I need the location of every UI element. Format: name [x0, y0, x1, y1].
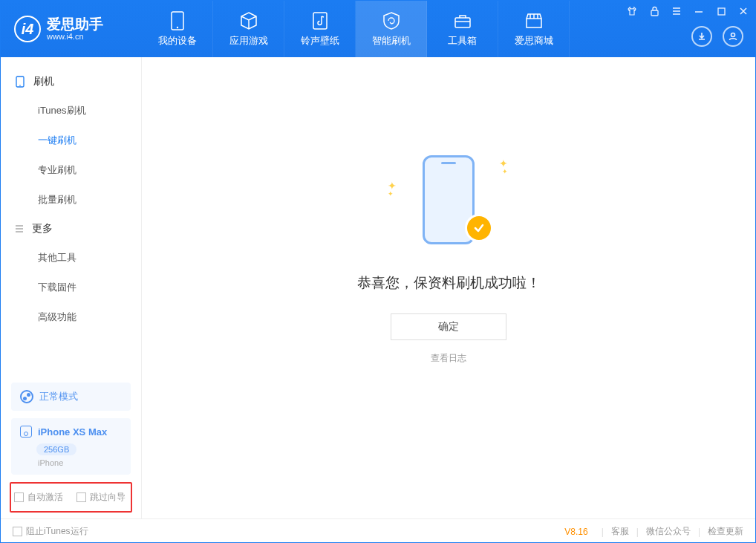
- user-button[interactable]: [723, 26, 743, 47]
- checkbox-icon: [76, 492, 86, 502]
- footer-link-update[interactable]: 检查更新: [708, 525, 743, 538]
- device-mode-box[interactable]: 正常模式: [11, 383, 131, 411]
- device-icon: [167, 10, 188, 31]
- svg-rect-2: [313, 13, 327, 29]
- sidebar-item-advanced[interactable]: 高级功能: [1, 302, 141, 332]
- checkbox-block-itunes[interactable]: 阻止iTunes运行: [13, 525, 88, 538]
- sidebar-item-onekey-flash[interactable]: 一键刷机: [1, 126, 141, 155]
- store-icon: [524, 10, 544, 31]
- version-label: V8.16: [564, 527, 587, 537]
- device-type: iPhone: [38, 458, 122, 467]
- sidebar-item-itunes-flash[interactable]: iTunes刷机: [1, 96, 141, 126]
- device-name: iPhone XS Max: [38, 426, 107, 438]
- app-name-cn: 爱思助手: [47, 17, 103, 33]
- sidebar-item-download-firmware[interactable]: 下载固件: [1, 273, 141, 302]
- sidebar-item-other-tools[interactable]: 其他工具: [1, 243, 141, 273]
- cube-icon: [238, 10, 259, 31]
- checkmark-badge-icon: [465, 214, 493, 242]
- svg-rect-3: [455, 18, 470, 27]
- footer-link-support[interactable]: 客服: [611, 525, 629, 538]
- highlighted-options-box: 自动激活 跳过向导: [10, 482, 132, 513]
- sparkle-icon: ✦: [388, 190, 394, 198]
- minimize-button[interactable]: [691, 4, 706, 19]
- phone-icon: [14, 76, 26, 88]
- sidebar-item-batch-flash[interactable]: 批量刷机: [1, 185, 141, 215]
- tab-store[interactable]: 爱思商城: [498, 1, 570, 57]
- tab-apps-games[interactable]: 应用游戏: [213, 1, 284, 57]
- tab-ringtones-wallpapers[interactable]: 铃声壁纸: [284, 1, 356, 57]
- view-log-link[interactable]: 查看日志: [431, 352, 466, 365]
- sparkle-icon: ✦: [502, 168, 508, 175]
- refresh-shield-icon: [381, 10, 402, 31]
- tab-smart-flash[interactable]: 智能刷机: [356, 1, 427, 57]
- tab-my-device[interactable]: 我的设备: [142, 1, 213, 57]
- app-name-en: www.i4.cn: [47, 32, 103, 41]
- ok-button[interactable]: 确定: [391, 313, 506, 340]
- phone-small-icon: [20, 426, 32, 438]
- main-content: ✦ ✦ ✦ ✦ 恭喜您，保资料刷机成功啦！ 确定 查看日志: [142, 57, 755, 518]
- download-button[interactable]: [691, 26, 712, 47]
- device-info-box[interactable]: iPhone XS Max 256GB iPhone: [11, 418, 131, 475]
- svg-point-1: [176, 27, 177, 28]
- tab-toolbox[interactable]: 工具箱: [427, 1, 498, 57]
- toolbox-icon: [452, 10, 473, 31]
- app-logo: i4 爱思助手 www.i4.cn: [1, 16, 142, 42]
- music-note-icon: [310, 10, 330, 31]
- logo-icon: i4: [14, 16, 41, 42]
- main-tabs: 我的设备 应用游戏 铃声壁纸 智能刷机 工具箱 爱思商城: [142, 1, 570, 57]
- checkbox-skip-wizard[interactable]: 跳过向导: [76, 491, 126, 504]
- checkbox-icon: [13, 527, 22, 536]
- status-bar: 阻止iTunes运行 V8.16 | 客服 | 微信公众号 | 检查更新: [1, 518, 755, 543]
- success-illustration: ✦ ✦ ✦ ✦: [397, 152, 501, 256]
- footer-link-wechat[interactable]: 微信公众号: [646, 525, 691, 538]
- window-controls: [625, 4, 751, 19]
- checkbox-auto-activate[interactable]: 自动激活: [14, 491, 63, 504]
- svg-point-4: [731, 33, 735, 37]
- lock-icon[interactable]: [647, 4, 662, 19]
- tshirt-icon[interactable]: [625, 4, 639, 19]
- device-mode-label: 正常模式: [39, 390, 78, 403]
- sidebar-group-flash: 刷机: [1, 68, 141, 96]
- checkbox-icon: [14, 492, 24, 502]
- app-header: i4 爱思助手 www.i4.cn 我的设备 应用游戏 铃声壁纸 智能刷机 工具…: [1, 1, 755, 57]
- success-message: 恭喜您，保资料刷机成功啦！: [357, 273, 541, 293]
- sidebar-item-pro-flash[interactable]: 专业刷机: [1, 155, 141, 185]
- mode-icon: [20, 390, 33, 403]
- svg-rect-5: [651, 10, 658, 16]
- svg-rect-6: [718, 8, 725, 15]
- device-capacity-badge: 256GB: [36, 443, 76, 455]
- list-icon: [14, 224, 25, 234]
- sidebar-group-more: 更多: [1, 215, 141, 243]
- sidebar: 刷机 iTunes刷机 一键刷机 专业刷机 批量刷机 更多 其他工具 下载固件 …: [1, 57, 142, 518]
- menu-icon[interactable]: [669, 4, 684, 19]
- close-button[interactable]: [736, 4, 751, 19]
- maximize-button[interactable]: [714, 4, 729, 19]
- svg-point-8: [19, 85, 21, 86]
